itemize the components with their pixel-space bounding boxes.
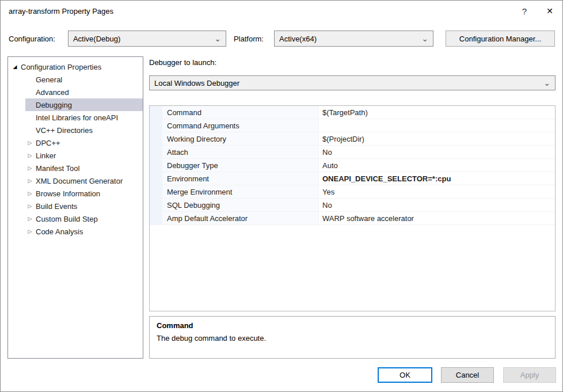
property-value[interactable]: WARP software accelerator xyxy=(319,212,555,225)
sidebar-item-xml-document-generator[interactable]: ▷ XML Document Generator xyxy=(25,174,143,187)
row-gutter xyxy=(150,146,162,159)
description-text: The debug command to execute. xyxy=(157,334,548,342)
row-gutter xyxy=(150,119,162,132)
help-button[interactable]: ? xyxy=(512,1,537,21)
close-button[interactable]: ✕ xyxy=(537,1,562,21)
property-value[interactable]: ONEAPI_DEVICE_SELECTOR=*:cpu xyxy=(319,172,555,185)
property-pages-dialog: array-transform Property Pages ? ✕ Confi… xyxy=(0,0,563,392)
debugger-dropdown-value: Local Windows Debugger xyxy=(154,79,239,87)
table-row: SQL Debugging No xyxy=(150,199,555,212)
sidebar-item-manifest-tool[interactable]: ▷ Manifest Tool xyxy=(25,162,143,174)
sidebar-item-label: Intel Libraries for oneAPI xyxy=(35,113,143,122)
sidebar-item-intel-libraries-for-oneapi[interactable]: Intel Libraries for oneAPI xyxy=(25,111,143,124)
table-row: Merge Environment Yes xyxy=(150,185,555,199)
ok-button-label: OK xyxy=(400,371,410,379)
debugger-dropdown[interactable]: Local Windows Debugger ⌄ xyxy=(149,75,556,90)
close-icon: ✕ xyxy=(546,6,553,16)
tree-collapsed-icon[interactable]: ▷ xyxy=(25,191,35,196)
sidebar-item-debugging[interactable]: Debugging xyxy=(25,98,143,111)
property-value[interactable]: Auto xyxy=(319,159,555,172)
table-row: Environment ONEAPI_DEVICE_SELECTOR=*:cpu xyxy=(150,172,555,185)
property-name: Debugger Type xyxy=(162,159,319,172)
sidebar-item-general[interactable]: General xyxy=(25,73,143,86)
sidebar-item-custom-build-step[interactable]: ▷ Custom Build Step xyxy=(25,212,143,225)
property-value[interactable]: $(ProjectDir) xyxy=(319,132,555,146)
platform-dropdown-value: Active(x64) xyxy=(279,35,317,43)
configuration-dropdown-value: Active(Debug) xyxy=(73,35,120,43)
property-grid: Command $(TargetPath) Command Arguments … xyxy=(149,105,556,311)
sidebar-item-build-events[interactable]: ▷ Build Events xyxy=(25,200,143,212)
sidebar-item-label: Linker xyxy=(35,151,143,160)
ok-button[interactable]: OK xyxy=(378,367,432,383)
sidebar-item-dpcpp[interactable]: ▷ DPC++ xyxy=(25,136,143,149)
help-icon: ? xyxy=(522,6,527,16)
property-name: Working Directory xyxy=(162,132,319,146)
description-title: Command xyxy=(157,321,548,330)
tree-expanded-icon[interactable]: ◢ xyxy=(10,64,20,70)
property-name: SQL Debugging xyxy=(162,199,319,212)
sidebar-item-label: VC++ Directories xyxy=(35,126,143,135)
debugger-to-launch-label: Debugger to launch: xyxy=(149,58,216,67)
configuration-manager-button[interactable]: Configuration Manager... xyxy=(446,31,555,47)
table-row: Command $(TargetPath) xyxy=(150,106,555,119)
sidebar-item-vc-directories[interactable]: VC++ Directories xyxy=(25,124,143,136)
tree-collapsed-icon[interactable]: ▷ xyxy=(25,178,35,184)
tree-collapsed-icon[interactable]: ▷ xyxy=(25,153,35,158)
row-gutter xyxy=(150,212,162,225)
row-gutter xyxy=(150,159,162,172)
title-bar: array-transform Property Pages ? ✕ xyxy=(1,1,562,21)
platform-label: Platform: xyxy=(234,35,264,43)
configuration-bar: Configuration: Active(Debug) ⌄ Platform:… xyxy=(9,31,555,47)
chevron-down-icon: ⌄ xyxy=(211,36,221,41)
sidebar-item-label: Browse Information xyxy=(35,189,143,198)
configuration-label: Configuration: xyxy=(9,35,55,43)
platform-dropdown[interactable]: Active(x64) ⌄ xyxy=(274,31,433,47)
table-row: Attach No xyxy=(150,146,555,159)
row-gutter xyxy=(150,132,162,146)
sidebar-item-code-analysis[interactable]: ▷ Code Analysis xyxy=(25,225,143,238)
property-value[interactable]: $(TargetPath) xyxy=(319,106,555,119)
property-name: Command Arguments xyxy=(162,119,319,132)
tree-collapsed-icon[interactable]: ▷ xyxy=(25,165,35,171)
property-value[interactable]: No xyxy=(319,146,555,159)
sidebar-item-label: Advanced xyxy=(35,88,143,97)
property-value[interactable]: Yes xyxy=(319,185,555,199)
tree-collapsed-icon[interactable]: ▷ xyxy=(25,140,35,146)
cancel-button-label: Cancel xyxy=(456,371,479,379)
property-name: Amp Default Accelerator xyxy=(162,212,319,225)
sidebar-item-label: Debugging xyxy=(35,101,143,109)
table-row: Command Arguments xyxy=(150,119,555,132)
property-value[interactable]: No xyxy=(319,199,555,212)
row-gutter xyxy=(150,106,162,119)
tree-collapsed-icon[interactable]: ▷ xyxy=(25,229,35,234)
property-name: Command xyxy=(162,106,319,119)
configuration-tree: ◢ Configuration Properties General Advan… xyxy=(7,56,143,359)
apply-button-label: Apply xyxy=(520,371,539,379)
table-row: Debugger Type Auto xyxy=(150,159,555,172)
sidebar-item-label: General xyxy=(35,75,143,84)
chevron-down-icon: ⌄ xyxy=(540,80,550,86)
row-gutter xyxy=(150,185,162,199)
configuration-dropdown[interactable]: Active(Debug) ⌄ xyxy=(68,31,226,47)
sidebar-item-linker[interactable]: ▷ Linker xyxy=(25,149,143,162)
tree-collapsed-icon[interactable]: ▷ xyxy=(25,216,35,222)
chevron-down-icon: ⌄ xyxy=(418,36,428,41)
row-gutter xyxy=(150,172,162,185)
sidebar-item-label: DPC++ xyxy=(35,139,143,147)
table-row: Working Directory $(ProjectDir) xyxy=(150,132,555,146)
configuration-manager-button-label: Configuration Manager... xyxy=(459,35,541,43)
table-row: Amp Default Accelerator WARP software ac… xyxy=(150,212,555,225)
sidebar-item-configuration-properties[interactable]: ◢ Configuration Properties xyxy=(10,60,143,73)
sidebar-item-label: Manifest Tool xyxy=(35,164,143,173)
sidebar-item-browse-information[interactable]: ▷ Browse Information xyxy=(25,187,143,200)
tree-collapsed-icon[interactable]: ▷ xyxy=(25,203,35,209)
property-name: Environment xyxy=(162,172,319,185)
sidebar-item-advanced[interactable]: Advanced xyxy=(25,86,143,98)
sidebar-item-label: Code Analysis xyxy=(35,227,143,236)
property-value[interactable] xyxy=(319,119,555,132)
sidebar-item-label: Custom Build Step xyxy=(35,215,143,223)
property-description-panel: Command The debug command to execute. xyxy=(149,316,556,359)
apply-button: Apply xyxy=(503,367,556,383)
cancel-button[interactable]: Cancel xyxy=(441,367,494,383)
window-title: array-transform Property Pages xyxy=(9,7,512,16)
